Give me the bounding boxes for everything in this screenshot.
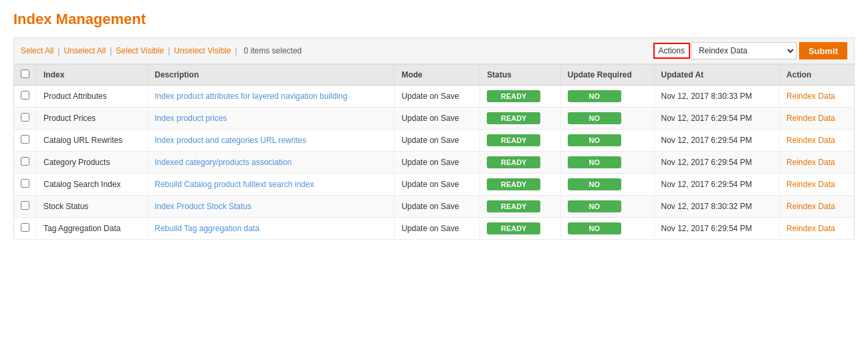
submit-button[interactable]: Submit: [799, 42, 847, 59]
row-mode: Update on Save: [395, 218, 480, 240]
row-mode: Update on Save: [395, 174, 480, 196]
row-action: Reindex Data: [780, 108, 855, 130]
row-checkbox[interactable]: [21, 113, 29, 122]
select-visible-link[interactable]: Select Visible: [116, 46, 164, 55]
row-checkbox[interactable]: [21, 179, 29, 188]
row-checkbox[interactable]: [21, 135, 29, 144]
row-description: Rebuild Catalog product fulltext search …: [148, 174, 395, 196]
sep2: |: [110, 46, 112, 55]
th-updated-at: Updated At: [654, 65, 780, 85]
row-checkbox[interactable]: [21, 157, 29, 166]
row-checkbox[interactable]: [21, 223, 29, 232]
reindex-data-link[interactable]: Reindex Data: [786, 114, 835, 123]
toolbar-left: Select All | Unselect All | Select Visib…: [21, 46, 302, 55]
row-description: Index product attributes for layered nav…: [148, 85, 395, 108]
table-row: Tag Aggregation Data Rebuild Tag aggrega…: [14, 218, 855, 240]
row-action: Reindex Data: [780, 130, 855, 152]
row-update-required: NO: [560, 152, 654, 174]
actions-label: Actions: [653, 43, 690, 59]
reindex-data-link[interactable]: Reindex Data: [786, 202, 835, 211]
row-status: READY: [480, 85, 561, 108]
table-row: Product Attributes Index product attribu…: [14, 85, 855, 108]
reindex-data-link[interactable]: Reindex Data: [786, 180, 835, 189]
unselect-visible-link[interactable]: Unselect Visible: [174, 46, 231, 55]
status-badge: READY: [487, 156, 540, 168]
update-required-badge: NO: [568, 200, 621, 212]
row-checkbox-cell: [14, 174, 37, 196]
row-description: Index product and categories URL rewrite…: [148, 130, 395, 152]
row-updated-at: Nov 12, 2017 6:29:54 PM: [654, 108, 780, 130]
th-update-required: Update Required: [560, 65, 654, 85]
status-badge: READY: [487, 200, 540, 212]
sep3: |: [168, 46, 170, 55]
status-badge: READY: [487, 178, 540, 190]
row-checkbox-cell: [14, 108, 37, 130]
status-badge: READY: [487, 112, 540, 124]
table-row: Category Products Indexed category/produ…: [14, 152, 855, 174]
row-description: Index product prices: [148, 108, 395, 130]
row-index: Tag Aggregation Data: [37, 218, 148, 240]
toolbar-right: Actions Reindex Data Update on Save Upda…: [653, 42, 847, 59]
row-mode: Update on Save: [395, 130, 480, 152]
th-status: Status: [480, 65, 561, 85]
reindex-data-link[interactable]: Reindex Data: [786, 158, 835, 167]
select-all-link[interactable]: Select All: [21, 46, 53, 55]
sep1: |: [58, 46, 60, 55]
row-index: Product Prices: [37, 108, 148, 130]
table-row: Catalog URL Rewrites Index product and c…: [14, 130, 855, 152]
update-required-badge: NO: [568, 222, 621, 234]
reindex-data-link[interactable]: Reindex Data: [786, 224, 835, 233]
row-index: Catalog Search Index: [37, 174, 148, 196]
update-required-badge: NO: [568, 178, 621, 190]
row-updated-at: Nov 12, 2017 6:29:54 PM: [654, 218, 780, 240]
row-mode: Update on Save: [395, 108, 480, 130]
table-row: Product Prices Index product prices Upda…: [14, 108, 855, 130]
row-update-required: NO: [560, 85, 654, 108]
table-body: Product Attributes Index product attribu…: [14, 85, 855, 240]
row-status: READY: [480, 174, 561, 196]
row-status: READY: [480, 130, 561, 152]
row-updated-at: Nov 12, 2017 8:30:33 PM: [654, 85, 780, 108]
reindex-data-link[interactable]: Reindex Data: [786, 136, 835, 145]
row-description: Indexed category/products association: [148, 152, 395, 174]
row-updated-at: Nov 12, 2017 6:29:54 PM: [654, 152, 780, 174]
update-required-badge: NO: [568, 134, 621, 146]
index-table: Index Description Mode Status Update Req…: [13, 64, 855, 240]
update-required-badge: NO: [568, 156, 621, 168]
row-checkbox-cell: [14, 218, 37, 240]
row-update-required: NO: [560, 174, 654, 196]
th-mode: Mode: [395, 65, 480, 85]
row-description: Index Product Stock Status: [148, 196, 395, 218]
status-badge: READY: [487, 134, 540, 146]
actions-select[interactable]: Reindex Data Update on Save Update on Sc…: [691, 42, 796, 59]
unselect-all-link[interactable]: Unselect All: [64, 46, 106, 55]
row-action: Reindex Data: [780, 85, 855, 108]
row-checkbox[interactable]: [21, 201, 29, 210]
select-all-checkbox[interactable]: [21, 69, 29, 78]
row-mode: Update on Save: [395, 152, 480, 174]
update-required-badge: NO: [568, 112, 621, 124]
table-header: Index Description Mode Status Update Req…: [14, 65, 855, 85]
page-wrapper: Index Management Select All | Unselect A…: [0, 0, 868, 250]
row-index: Category Products: [37, 152, 148, 174]
row-update-required: NO: [560, 218, 654, 240]
row-status: READY: [480, 218, 561, 240]
row-status: READY: [480, 196, 561, 218]
status-badge: READY: [487, 90, 540, 102]
row-action: Reindex Data: [780, 152, 855, 174]
row-checkbox[interactable]: [21, 91, 29, 100]
row-status: READY: [480, 152, 561, 174]
row-update-required: NO: [560, 130, 654, 152]
row-description: Rebuild Tag aggregation data: [148, 218, 395, 240]
th-index: Index: [37, 65, 148, 85]
toolbar: Select All | Unselect All | Select Visib…: [13, 37, 855, 64]
row-status: READY: [480, 108, 561, 130]
status-badge: READY: [487, 222, 540, 234]
reindex-data-link[interactable]: Reindex Data: [786, 92, 835, 101]
row-update-required: NO: [560, 196, 654, 218]
th-description: Description: [148, 65, 395, 85]
row-update-required: NO: [560, 108, 654, 130]
row-index: Catalog URL Rewrites: [37, 130, 148, 152]
update-required-badge: NO: [568, 90, 621, 102]
th-checkbox: [14, 65, 37, 85]
